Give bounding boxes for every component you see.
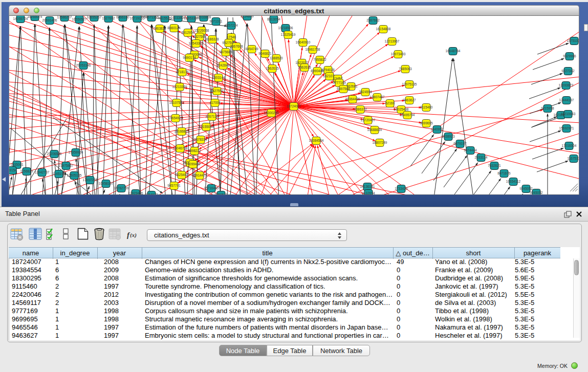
svg-text:7625402: 7625402 [175,173,188,177]
svg-text:15720407: 15720407 [361,118,376,122]
svg-text:16046788: 16046788 [173,146,188,150]
svg-text:2718176: 2718176 [176,70,189,74]
svg-text:8427552: 8427552 [210,89,224,93]
svg-text:12975135: 12975135 [402,82,417,86]
svg-text:12942737: 12942737 [35,170,50,174]
svg-text:15226058: 15226058 [194,29,209,32]
svg-text:9777169: 9777169 [333,81,346,84]
svg-text:1145194: 1145194 [53,172,66,176]
svg-text:17359924: 17359924 [69,150,83,154]
svg-text:9242848: 9242848 [216,63,230,67]
svg-text:19384554: 19384554 [309,139,324,142]
svg-text:12213369: 12213369 [172,85,187,89]
svg-text:2367608: 2367608 [230,45,243,48]
svg-text:(x): (x) [130,232,137,238]
svg-text:17546: 17546 [227,35,236,39]
svg-text:7386372: 7386372 [354,107,367,111]
svg-text:16961758: 16961758 [306,48,320,51]
svg-text:6466160: 6466160 [116,16,129,19]
svg-text:16033809: 16033809 [197,16,211,19]
svg-text:8938923: 8938923 [442,135,455,138]
svg-text:8912954: 8912954 [181,31,194,34]
svg-text:1362635: 1362635 [298,65,311,69]
svg-text:5498222: 5498222 [188,149,201,152]
svg-text:14099489: 14099489 [186,162,201,166]
svg-text:2603144: 2603144 [212,76,225,79]
svg-text:10973493: 10973493 [391,52,406,56]
svg-text:7463822: 7463822 [153,27,166,30]
svg-text:15300295: 15300295 [264,111,279,115]
svg-text:9245052: 9245052 [519,187,533,190]
svg-text:1562615: 1562615 [266,67,279,70]
svg-text:15751074: 15751074 [567,39,579,42]
svg-text:8454749: 8454749 [245,47,258,51]
svg-text:417004: 417004 [209,101,221,104]
svg-text:7515526: 7515526 [158,16,171,20]
svg-text:13325419: 13325419 [281,33,296,36]
svg-text:16265074: 16265074 [28,16,42,18]
svg-text:16154808: 16154808 [376,27,391,31]
svg-text:10210643: 10210643 [561,112,576,116]
svg-text:9646821: 9646821 [258,52,272,55]
svg-text:16107553: 16107553 [169,101,184,104]
svg-text:14136141: 14136141 [360,185,375,188]
svg-text:7485063: 7485063 [399,67,412,71]
svg-text:19654923: 19654923 [168,116,183,120]
svg-text:8154809: 8154809 [241,16,254,18]
svg-text:16914479: 16914479 [192,173,207,177]
svg-text:10671355: 10671355 [144,16,159,19]
svg-text:16719155: 16719155 [130,16,145,20]
svg-text:8764932: 8764932 [145,193,158,194]
svg-text:1527602: 1527602 [102,16,115,20]
svg-text:3267130: 3267130 [205,115,219,118]
svg-text:20364436: 20364436 [345,97,360,101]
svg-text:6794028: 6794028 [321,68,335,72]
svg-text:18724007: 18724007 [287,104,301,108]
svg-text:9132654: 9132654 [362,191,375,194]
svg-text:18807249: 18807249 [373,141,387,144]
svg-text:17957255: 17957255 [83,178,98,182]
svg-text:15692971: 15692971 [559,126,574,130]
svg-text:9245052: 9245052 [530,191,543,194]
svg-text:9327505: 9327505 [193,35,206,38]
svg-text:12444197: 12444197 [559,98,574,102]
svg-text:3675685: 3675685 [219,50,232,54]
svg-text:17586207: 17586207 [57,16,72,19]
svg-text:2950512: 2950512 [214,193,228,194]
svg-text:2933114: 2933114 [475,156,488,159]
svg-text:8678334: 8678334 [194,138,207,141]
svg-text:10655267: 10655267 [87,16,102,19]
svg-text:8813054: 8813054 [267,17,280,21]
svg-text:9699695: 9699695 [420,121,433,125]
svg-text:10958107: 10958107 [99,182,114,185]
svg-text:3824554: 3824554 [359,90,372,94]
svg-text:14055724: 14055724 [13,17,28,20]
svg-text:9227342: 9227342 [561,69,575,73]
svg-text:9463627: 9463627 [403,98,416,102]
svg-text:16640910: 16640910 [296,40,311,44]
svg-text:15495794: 15495794 [400,113,415,117]
svg-text:1388520: 1388520 [270,56,283,60]
svg-text:9215958: 9215958 [541,106,554,110]
svg-text:19166825: 19166825 [175,129,189,133]
svg-text:16550527: 16550527 [72,17,87,21]
svg-text:10807487: 10807487 [370,95,385,99]
svg-text:9474444: 9474444 [464,148,477,152]
svg-text:2387682: 2387682 [366,18,380,22]
svg-text:9457791: 9457791 [167,184,181,187]
svg-text:23975867: 23975867 [59,164,74,167]
svg-text:19218506: 19218506 [278,26,293,30]
svg-text:1435061: 1435061 [10,163,24,166]
svg-text:6497568: 6497568 [337,87,350,91]
svg-text:17016504: 17016504 [562,144,577,147]
svg-text:8660124: 8660124 [167,26,181,30]
svg-text:9329966: 9329966 [563,54,576,58]
svg-text:16782759: 16782759 [114,186,129,190]
svg-text:19155044: 19155044 [199,125,214,128]
svg-text:9890174: 9890174 [183,56,196,59]
svg-text:10654112: 10654112 [506,180,521,183]
svg-text:39154: 39154 [9,168,17,172]
svg-text:8186328: 8186328 [206,37,219,41]
svg-text:12093872: 12093872 [559,83,574,87]
svg-text:7632621: 7632621 [488,164,501,167]
